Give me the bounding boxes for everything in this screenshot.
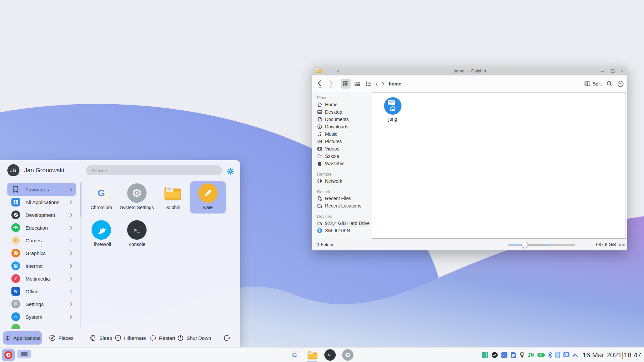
sidebar-item-settings[interactable]: ⚙ Settings [7, 298, 76, 310]
sidebar-item-internet[interactable]: Internet [7, 259, 76, 272]
dolphin-places-panel: Places Home Desktop Documents Downloads … [312, 92, 372, 239]
launcher-settings-button[interactable] [227, 168, 234, 175]
places-section-label: Places [317, 95, 372, 101]
device-phone[interactable]: SM-J610FN [317, 227, 371, 234]
search-button[interactable] [606, 81, 612, 87]
app-tile-konsole[interactable]: >_ Konsole [119, 218, 155, 250]
kate-icon [198, 183, 218, 203]
app-tile-librewolf[interactable]: LibreWolf [84, 218, 119, 250]
minimize-button[interactable]: – [598, 66, 607, 75]
taskbar-dolphin-button[interactable] [307, 349, 318, 361]
app-tile-chromium[interactable]: G Chromium [84, 181, 119, 214]
konsole-icon: >_ [127, 220, 147, 240]
dolphin-icon [163, 183, 182, 203]
taskbar-window-button[interactable] [17, 350, 31, 358]
manjaro-tray-icon[interactable] [482, 352, 488, 358]
remote-section-label: Remote [317, 171, 372, 177]
hibernate-button[interactable]: Hibernate [115, 335, 146, 341]
overflow-menu-icon [617, 80, 624, 87]
app-tile-kate[interactable]: Kate [190, 181, 226, 214]
expand-tray-arrow-icon[interactable] [573, 353, 578, 357]
tab-places[interactable]: Places [49, 335, 73, 341]
sidebar-item-multimedia[interactable]: ♪ Multimedia [7, 272, 76, 285]
taskbar-settings-button[interactable]: ⚙ [342, 349, 354, 361]
shutdown-button[interactable]: Shut Down [177, 335, 211, 341]
folder-item-jang[interactable]: jang [384, 97, 401, 122]
restart-button[interactable]: Restart [150, 335, 175, 341]
free-space-label: 687,6 GiB free [596, 242, 625, 247]
place-videos[interactable]: Videos [317, 145, 371, 153]
place-home[interactable]: Home [317, 101, 371, 108]
icons-view-button[interactable] [341, 79, 351, 88]
recent-section-label: Recent [317, 189, 372, 195]
moon-icon [90, 335, 97, 341]
place-szkola[interactable]: Szkoła [317, 153, 371, 160]
sidebar-item-education[interactable]: Education [7, 221, 76, 234]
taskbar-launcher-button[interactable] [2, 349, 15, 361]
maximize-icon [611, 69, 614, 73]
app-tile-system-settings[interactable]: ⚙ System Settings [119, 181, 155, 214]
place-documents[interactable]: Documents [317, 116, 371, 123]
tab-applications[interactable]: Applications [3, 331, 42, 345]
desktop-icon [317, 109, 322, 115]
taskbar-chromium-button[interactable]: G [289, 349, 300, 361]
audio-volume-tray-icon[interactable] [528, 352, 534, 358]
launcher-scrollbar[interactable] [80, 182, 82, 328]
battery-charging-tray-icon[interactable] [537, 353, 545, 357]
split-icon [584, 81, 590, 86]
place-desktop[interactable]: Desktop [317, 108, 371, 116]
logout-button[interactable] [223, 335, 230, 342]
sidebar-item-all-applications[interactable]: All Applications [7, 196, 76, 208]
split-button[interactable]: Split [584, 81, 602, 86]
chevron-right-icon [70, 264, 72, 268]
app-tile-dolphin[interactable]: Dolphin [155, 181, 190, 214]
sidebar-item-development[interactable]: Development [7, 208, 76, 221]
details-view-button[interactable] [364, 79, 373, 88]
taskbar-konsole-button[interactable]: >_ [324, 349, 336, 361]
chevron-right-icon [70, 200, 72, 204]
sidebar-item-system[interactable]: ⚙ System [7, 310, 76, 323]
user-avatar[interactable]: JG [7, 164, 19, 176]
sidebar-item-office[interactable]: w Office [7, 285, 76, 298]
updates-check-tray-icon[interactable] [491, 352, 498, 358]
recent-locations[interactable]: Recent Locations [317, 202, 371, 209]
compact-view-button[interactable] [353, 79, 362, 88]
night-light-tray-icon[interactable] [520, 352, 525, 358]
place-wastebin[interactable]: Wastebin [317, 160, 371, 167]
gear-icon [227, 168, 234, 175]
device-harddrive[interactable]: 922,4 GiB Hard Drive [317, 220, 371, 227]
breadcrumb-current[interactable]: home [389, 81, 401, 86]
kdeconnect-device-tray-icon[interactable] [555, 352, 560, 358]
menu-button[interactable] [617, 80, 624, 87]
forward-button[interactable] [327, 79, 334, 88]
terminal-tray-icon[interactable]: >_ [501, 352, 507, 358]
recent-files[interactable]: Recent Files [317, 195, 371, 202]
remote-network[interactable]: Network [317, 177, 371, 185]
media-app-tray-icon[interactable] [563, 352, 570, 358]
taskbar-clock[interactable]: 16 Mar 2021|18:47 [582, 351, 641, 359]
dolphin-titlebar[interactable]: home — Dolphin – × [312, 66, 627, 75]
sleep-button[interactable]: Sleep [90, 335, 112, 341]
scrollbar-thumb[interactable] [80, 182, 82, 217]
sidebar-item-games[interactable]: Games [7, 234, 76, 247]
details-view-icon [366, 81, 371, 86]
sidebar-item-favourites[interactable]: Favourites [7, 183, 76, 196]
close-button[interactable]: × [618, 66, 627, 75]
window-thumbnail-icon [21, 352, 28, 356]
bookmark-icon [11, 185, 20, 194]
dolphin-file-view [372, 92, 626, 239]
icons-view-icon [343, 81, 348, 86]
zoom-slider-handle[interactable] [522, 242, 528, 248]
chevron-right-icon [70, 315, 72, 319]
notes-tray-icon[interactable] [511, 352, 517, 358]
bluetooth-tray-icon[interactable] [548, 352, 552, 358]
sidebar-item-graphics[interactable]: Graphics [7, 247, 76, 259]
place-downloads[interactable]: Downloads [317, 123, 371, 130]
back-button[interactable] [316, 79, 324, 88]
breadcrumb-root[interactable]: / [376, 81, 377, 86]
search-input[interactable] [86, 165, 222, 175]
place-pictures[interactable]: Pictures [317, 138, 371, 145]
maximize-button[interactable] [608, 66, 617, 75]
launcher-sidebar: Favourites All Applications Development … [7, 183, 76, 323]
place-music[interactable]: Music [317, 130, 371, 138]
